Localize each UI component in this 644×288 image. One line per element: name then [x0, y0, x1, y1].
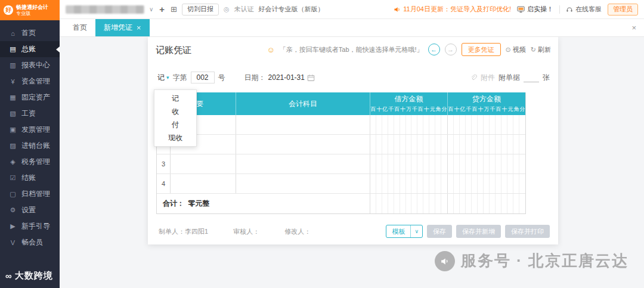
digit-cell[interactable] — [406, 115, 412, 134]
prev-voucher-button[interactable]: ← — [428, 44, 440, 55]
tab-close-icon[interactable]: × — [137, 24, 141, 32]
digit-cell[interactable] — [507, 154, 513, 174]
digit-cell[interactable] — [472, 135, 478, 154]
digit-cell[interactable] — [400, 115, 406, 134]
digit-cell[interactable] — [496, 174, 501, 193]
digit-cell[interactable] — [466, 174, 472, 193]
digit-cell[interactable] — [429, 174, 435, 193]
digit-cell[interactable] — [466, 115, 472, 134]
digit-cell[interactable] — [519, 174, 525, 193]
digit-cell[interactable] — [382, 135, 388, 154]
digit-cell[interactable] — [388, 154, 394, 174]
summary-cell[interactable] — [171, 154, 236, 174]
digit-cell[interactable] — [370, 135, 376, 154]
credit-amount-cells[interactable] — [448, 174, 525, 193]
digit-cell[interactable] — [429, 115, 435, 134]
company-dropdown-caret-icon[interactable]: ∨ — [149, 6, 153, 13]
digit-cell[interactable] — [454, 174, 460, 193]
digit-cell[interactable] — [519, 154, 525, 174]
digit-cell[interactable] — [423, 174, 429, 193]
digit-cell[interactable] — [394, 135, 400, 154]
next-voucher-button[interactable]: → — [445, 44, 457, 55]
digit-cell[interactable] — [496, 154, 501, 174]
digit-cell[interactable] — [435, 174, 441, 193]
more-vouchers-button[interactable]: 更多凭证 — [462, 43, 501, 56]
digit-cell[interactable] — [507, 135, 513, 154]
digit-cell[interactable] — [394, 154, 400, 174]
attachment-label[interactable]: 附件 — [481, 73, 495, 83]
digit-cell[interactable] — [513, 115, 519, 134]
digit-cell[interactable] — [411, 115, 417, 134]
digit-cell[interactable] — [466, 154, 472, 174]
sidebar-item-closing[interactable]: ☑结账 — [0, 170, 60, 186]
digit-cell[interactable] — [394, 115, 400, 134]
digit-cell[interactable] — [513, 135, 519, 154]
digit-cell[interactable] — [513, 154, 519, 174]
digit-cell[interactable] — [501, 115, 507, 134]
digit-cell[interactable] — [448, 115, 454, 134]
sidebar-item-invoice-mgmt[interactable]: ▣发票管理 — [0, 122, 60, 138]
digit-cell[interactable] — [429, 135, 435, 154]
digit-cell[interactable] — [501, 135, 507, 154]
digit-cell[interactable] — [478, 154, 484, 174]
digit-cell[interactable] — [411, 174, 417, 193]
save-and-print-button[interactable]: 保存并打印 — [505, 225, 550, 238]
subject-cell[interactable] — [236, 135, 370, 154]
switch-daily-button[interactable]: 切到日报 — [182, 4, 219, 16]
chevron-down-icon[interactable]: ∨ — [411, 228, 422, 234]
digit-cell[interactable] — [460, 154, 466, 174]
digit-cell[interactable] — [478, 115, 484, 134]
digit-cell[interactable] — [376, 154, 382, 174]
digit-cell[interactable] — [394, 174, 400, 193]
digit-cell[interactable] — [376, 115, 382, 134]
refresh-link[interactable]: ↻ 刷新 — [531, 45, 551, 54]
digit-cell[interactable] — [466, 135, 472, 154]
digit-cell[interactable] — [370, 115, 376, 134]
digit-cell[interactable] — [490, 115, 496, 134]
digit-cell[interactable] — [441, 174, 447, 193]
digit-cell[interactable] — [376, 174, 382, 193]
digit-cell[interactable] — [519, 135, 525, 154]
company-name-redacted[interactable] — [66, 5, 144, 14]
digit-cell[interactable] — [376, 135, 382, 154]
digit-cell[interactable] — [507, 115, 513, 134]
voucher-word-select[interactable]: 记 ▾ — [157, 73, 169, 83]
digit-cell[interactable] — [435, 135, 441, 154]
word-option-1[interactable]: 收 — [154, 105, 196, 118]
digit-cell[interactable] — [484, 174, 490, 193]
digit-cell[interactable] — [441, 115, 447, 134]
tab-new-voucher[interactable]: 新增凭证 × — [95, 19, 150, 36]
digit-cell[interactable] — [411, 135, 417, 154]
digit-cell[interactable] — [417, 135, 423, 154]
digit-cell[interactable] — [388, 135, 394, 154]
digit-cell[interactable] — [448, 154, 454, 174]
sidebar-item-home[interactable]: ⌂首页 — [0, 25, 60, 41]
credit-amount-cells[interactable] — [448, 154, 525, 174]
sidebar-item-fund-mgmt[interactable]: ¥资金管理 — [0, 73, 60, 89]
digit-cell[interactable] — [406, 154, 412, 174]
debit-amount-cells[interactable] — [370, 115, 448, 134]
add-account-button[interactable]: + — [158, 4, 166, 14]
digit-cell[interactable] — [454, 135, 460, 154]
digit-cell[interactable] — [490, 154, 496, 174]
digit-cell[interactable] — [472, 115, 478, 134]
digit-cell[interactable] — [406, 135, 412, 154]
digit-cell[interactable] — [501, 174, 507, 193]
digit-cell[interactable] — [460, 135, 466, 154]
update-notice-link[interactable]: 11月04日更新：凭证导入及打印优化! — [394, 5, 511, 14]
apps-grid-icon[interactable]: ⊞ — [171, 5, 177, 14]
sidebar-item-beginner-guide[interactable]: ▶新手引导 — [0, 218, 60, 234]
date-value[interactable]: 2021-01-31 — [268, 73, 305, 82]
word-option-3[interactable]: 现收 — [154, 131, 196, 144]
digit-cell[interactable] — [435, 115, 441, 134]
sidebar-item-salary[interactable]: ▧工资 — [0, 106, 60, 122]
digit-cell[interactable] — [382, 154, 388, 174]
digit-cell[interactable] — [423, 154, 429, 174]
digit-cell[interactable] — [490, 135, 496, 154]
digit-cell[interactable] — [400, 154, 406, 174]
digit-cell[interactable] — [478, 135, 484, 154]
digit-cell[interactable] — [484, 115, 490, 134]
sidebar-item-archive-mgmt[interactable]: ▢归档管理 — [0, 186, 60, 202]
sidebar-item-fixed-assets[interactable]: ▦固定资产 — [0, 89, 60, 106]
practice-link[interactable]: 启实操！ — [517, 5, 553, 14]
